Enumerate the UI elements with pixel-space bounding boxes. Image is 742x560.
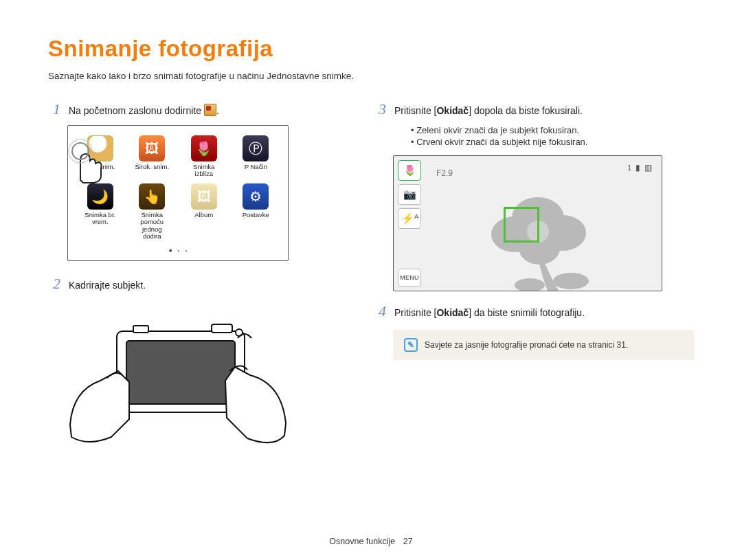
svg-rect-4 xyxy=(133,326,148,333)
page-footer: Osnovne funkcije 27 xyxy=(0,537,742,546)
app-label: Širok. snim. xyxy=(133,164,172,170)
app-wide[interactable]: 🖼Širok. snim. xyxy=(133,135,172,178)
f-number: F2.9 xyxy=(436,168,453,178)
app-night[interactable]: 🌙Snimka br. vrem. xyxy=(80,183,120,240)
svg-rect-3 xyxy=(126,341,235,404)
page-dot: • xyxy=(185,247,187,254)
app-label: Snimka pomoću jednog dodira xyxy=(133,212,172,240)
app-label: Jed. snim. xyxy=(80,164,120,170)
app-grid: Jed. snim.🖼Širok. snim.🌷Snimka izblizaⓅP… xyxy=(80,135,276,240)
tip-text: Savjete za jasnije fotografije pronaći ć… xyxy=(425,340,628,350)
app-album[interactable]: 🖼Album xyxy=(184,183,224,240)
app-label: Postavke xyxy=(236,212,276,219)
album-icon: 🖼 xyxy=(191,183,217,210)
app-onetouch[interactable]: 👆Snimka pomoću jednog dodira xyxy=(133,183,172,240)
night-icon: 🌙 xyxy=(87,183,113,210)
onetouch-icon: 👆 xyxy=(139,183,165,210)
step-text: Kadrirajte subjekt. xyxy=(69,280,146,291)
app-label: Snimka br. vrem. xyxy=(80,212,120,226)
app-label: P Način xyxy=(236,164,276,170)
focus-frame xyxy=(504,207,539,243)
svg-rect-5 xyxy=(212,324,232,333)
step-text: Pritisnite [Okidač] da biste snimili fot… xyxy=(394,307,585,318)
easy-shot-icon xyxy=(204,104,216,116)
step1-post: . xyxy=(216,105,219,116)
flash-auto-button[interactable]: ⚡ᴬ xyxy=(398,208,421,229)
step3-pre: Pritisnite [ xyxy=(394,105,436,116)
step-text: Na početnom zaslonu dodirnite . xyxy=(69,104,219,116)
menu-button[interactable]: MENU xyxy=(398,269,421,287)
step4-pre: Pritisnite [ xyxy=(394,307,436,318)
mode-macro-button[interactable]: 🌷 xyxy=(398,160,421,181)
page-subtitle: Saznajte kako lako i brzo snimati fotogr… xyxy=(48,71,694,81)
step3-bullet-green: Zeleni okvir znači da je subjekt fokusir… xyxy=(411,125,694,135)
svg-point-13 xyxy=(515,278,545,291)
step3-bullet-red: Crveni okvir znači da subjekt nije fokus… xyxy=(411,137,694,147)
p-icon: Ⓟ xyxy=(243,135,269,161)
page-dot: • xyxy=(178,247,180,254)
app-easy[interactable]: Jed. snim. xyxy=(80,135,120,178)
step-3: 3 Pritisnite [Okidač] dopola da biste fo… xyxy=(374,100,694,118)
memory-icon: ▮ xyxy=(636,163,640,172)
page-dot-active: ● xyxy=(169,247,172,254)
settings-icon: ⚙ xyxy=(243,183,269,210)
app-close[interactable]: 🌷Snimka izbliza xyxy=(184,135,224,178)
easy-icon xyxy=(87,135,113,161)
section-name: Osnovne funkcije xyxy=(329,537,395,546)
status-bar: 1 ▮ ▥ xyxy=(627,163,652,172)
homescreen-panel: Jed. snim.🖼Širok. snim.🌷Snimka izblizaⓅP… xyxy=(67,125,289,261)
app-label: Album xyxy=(184,212,224,219)
close-icon: 🌷 xyxy=(191,135,217,161)
wide-icon: 🖼 xyxy=(139,135,165,161)
step-1: 1 Na početnom zaslonu dodirnite . xyxy=(48,100,344,118)
step1-pre: Na početnom zaslonu dodirnite xyxy=(69,105,204,116)
step-number: 4 xyxy=(374,302,386,320)
battery-icon: ▥ xyxy=(644,163,652,172)
page-indicator: ● • • xyxy=(80,247,276,254)
step-4: 4 Pritisnite [Okidač] da biste snimili f… xyxy=(374,302,694,320)
info-icon: ✎ xyxy=(404,338,418,352)
page-title: Snimanje fotografija xyxy=(48,36,694,62)
shutter-keyword: Okidač xyxy=(436,307,469,318)
app-p[interactable]: ⓅP Način xyxy=(236,135,276,178)
step3-post: ] dopola da biste fokusirali. xyxy=(469,105,583,116)
shutter-keyword: Okidač xyxy=(436,105,469,116)
tip-box: ✎ Savjete za jasnije fotografije pronaći… xyxy=(393,330,694,360)
app-settings[interactable]: ⚙Postavke xyxy=(236,183,276,240)
app-label: Snimka izbliza xyxy=(184,164,224,178)
page-number: 27 xyxy=(403,537,413,546)
step-number: 2 xyxy=(48,275,60,293)
flower-illustration xyxy=(476,182,634,291)
svg-point-12 xyxy=(553,273,589,289)
step-text: Pritisnite [Okidač] dopola da biste foku… xyxy=(394,105,583,116)
step4-post: ] da biste snimili fotografiju. xyxy=(469,307,585,318)
viewfinder-panel: F2.9 1 ▮ ▥ 🌷 📷 ⚡ᴬ MENU xyxy=(393,155,662,291)
camera-holding-illustration xyxy=(67,301,287,459)
shot-count: 1 xyxy=(627,164,631,172)
step-number: 1 xyxy=(48,100,60,118)
mode-photo-button[interactable]: 📷 xyxy=(398,184,421,205)
step-number: 3 xyxy=(374,100,386,118)
step-2: 2 Kadrirajte subjekt. xyxy=(48,275,344,293)
